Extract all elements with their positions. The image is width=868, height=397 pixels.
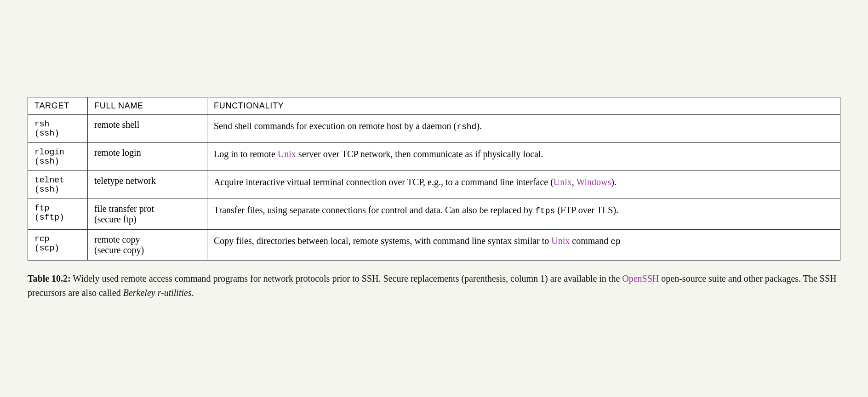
fullname-cell: teletype network <box>88 171 207 199</box>
target-cell: telnet (ssh) <box>28 171 88 199</box>
fullname-cell: remote copy(secure copy) <box>88 230 207 261</box>
target-cell: ftp (sftp) <box>28 199 88 230</box>
target-cell: rcp (scp) <box>28 230 88 261</box>
caption-label: Table 10.2: <box>28 273 71 284</box>
functionality-cell: Log in to remote Unix server over TCP ne… <box>207 143 840 171</box>
table-caption: Table 10.2: Widely used remote access co… <box>28 272 837 300</box>
functionality-cell: Copy files, directories between local, r… <box>207 230 840 261</box>
main-table: TARGET FULL NAME FUNCTIONALITY rsh (ssh)… <box>28 97 840 261</box>
table-row: rcp (scp) remote copy(secure copy) Copy … <box>28 230 840 261</box>
unix-link: Unix <box>551 236 570 246</box>
functionality-cell: Transfer files, using separate connectio… <box>207 199 840 230</box>
col-header-functionality: FUNCTIONALITY <box>207 97 840 115</box>
fullname-cell: remote shell <box>88 115 207 143</box>
functionality-cell: Acquire interactive virtual terminal con… <box>207 171 840 199</box>
col-header-target: TARGET <box>28 97 88 115</box>
target-cell: rlogin (ssh) <box>28 143 88 171</box>
unix-link: Unix <box>554 177 572 187</box>
functionality-cell: Send shell commands for execution on rem… <box>207 115 840 143</box>
berkeley-text: Berkeley r-utilities <box>123 288 192 298</box>
fullname-cell: remote login <box>88 143 207 171</box>
target-cell: rsh (ssh) <box>28 115 88 143</box>
fullname-cell: file transfer prot(secure ftp) <box>88 199 207 230</box>
windows-link: Windows <box>576 177 611 187</box>
caption-text-1: Widely used remote access command progra… <box>71 273 622 284</box>
col-header-fullname: FULL NAME <box>88 97 207 115</box>
caption-text-3: . <box>192 288 194 298</box>
table-row: telnet (ssh) teletype network Acquire in… <box>28 171 840 199</box>
openssh-link: OpenSSH <box>622 273 659 284</box>
table-row: rlogin (ssh) remote login Log in to remo… <box>28 143 840 171</box>
table-row: rsh (ssh) remote shell Send shell comman… <box>28 115 840 143</box>
table-header-row: TARGET FULL NAME FUNCTIONALITY <box>28 97 840 115</box>
table-container: TARGET FULL NAME FUNCTIONALITY rsh (ssh)… <box>28 97 840 261</box>
unix-link: Unix <box>278 149 296 159</box>
table-row: ftp (sftp) file transfer prot(secure ftp… <box>28 199 840 230</box>
